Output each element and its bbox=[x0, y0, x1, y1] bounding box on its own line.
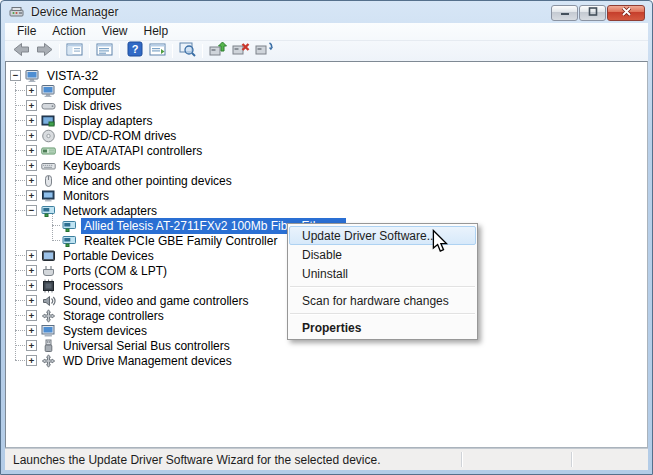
context-menu-item[interactable]: Uninstall bbox=[289, 264, 476, 283]
tree-item-label[interactable]: Ports (COM & LPT) bbox=[60, 263, 170, 279]
tree-connector bbox=[15, 345, 25, 346]
close-button[interactable] bbox=[607, 5, 645, 21]
context-menu-item[interactable]: Properties bbox=[289, 318, 476, 337]
tree-item-label[interactable]: Display adapters bbox=[60, 113, 155, 129]
update-driver-button[interactable] bbox=[206, 41, 229, 60]
export-list-icon bbox=[96, 42, 113, 60]
expander-minus-icon[interactable]: − bbox=[26, 205, 37, 216]
device-manager-window: Device Manager FileActionViewHelp ? −VIS… bbox=[0, 0, 653, 475]
expander-plus-icon[interactable]: + bbox=[26, 250, 37, 261]
tree-item-label[interactable]: Keyboards bbox=[60, 158, 123, 174]
maximize-icon bbox=[587, 6, 599, 20]
expander-plus-icon[interactable]: + bbox=[26, 85, 37, 96]
expander-plus-icon[interactable]: + bbox=[26, 130, 37, 141]
context-menu-item-label: Scan for hardware changes bbox=[302, 294, 449, 308]
search-button[interactable] bbox=[176, 41, 199, 60]
tree-connector bbox=[15, 270, 25, 271]
tree-connector bbox=[15, 135, 25, 136]
expander-minus-icon[interactable]: − bbox=[10, 70, 21, 81]
context-menu-item-label: Properties bbox=[302, 321, 361, 335]
scan-hardware-button[interactable] bbox=[252, 41, 275, 60]
toolbar-separator bbox=[172, 44, 173, 58]
tree-item-label[interactable]: DVD/CD-ROM drives bbox=[60, 128, 179, 144]
tree-item-label[interactable]: System devices bbox=[60, 323, 150, 339]
tree-item-label[interactable]: Monitors bbox=[60, 188, 112, 204]
computer-icon bbox=[40, 84, 56, 98]
export-list-button[interactable] bbox=[93, 41, 116, 60]
tree-row: +Monitors bbox=[6, 188, 647, 203]
tree-item-label[interactable]: Mice and other pointing devices bbox=[60, 173, 235, 189]
action-pane-icon bbox=[149, 42, 166, 60]
expander-plus-icon[interactable]: + bbox=[26, 175, 37, 186]
tree-item-label[interactable]: Network adapters bbox=[60, 203, 160, 219]
help-icon: ? bbox=[127, 41, 143, 60]
tree-item-label[interactable]: Processors bbox=[60, 278, 126, 294]
monitor-icon bbox=[40, 189, 56, 203]
forward-button[interactable] bbox=[33, 41, 56, 60]
menu-view[interactable]: View bbox=[94, 23, 136, 40]
tree-connector bbox=[15, 255, 25, 256]
usb-icon bbox=[40, 339, 56, 353]
expander-plus-icon[interactable]: + bbox=[26, 115, 37, 126]
display-adapter-icon bbox=[40, 114, 56, 128]
menu-help[interactable]: Help bbox=[136, 23, 177, 40]
action-pane-button[interactable] bbox=[146, 41, 169, 60]
expander-plus-icon[interactable]: + bbox=[26, 355, 37, 366]
tree-row: +Display adapters bbox=[6, 113, 647, 128]
tree-connector bbox=[15, 360, 25, 361]
toolbar: ? bbox=[5, 41, 648, 60]
expander-plus-icon[interactable]: + bbox=[26, 340, 37, 351]
back-button[interactable] bbox=[10, 41, 33, 60]
console-tree-button[interactable] bbox=[63, 41, 86, 60]
help-button[interactable]: ? bbox=[123, 41, 146, 60]
tree-item-label[interactable]: VISTA-32 bbox=[44, 68, 101, 84]
tree-item-label[interactable]: Realtek PCIe GBE Family Controller bbox=[81, 233, 280, 249]
tree-item-label[interactable]: Storage controllers bbox=[60, 308, 167, 324]
context-menu-item[interactable]: Scan for hardware changes bbox=[289, 291, 476, 310]
expander-plus-icon[interactable]: + bbox=[26, 280, 37, 291]
tree-item-label[interactable]: IDE ATA/ATAPI controllers bbox=[60, 143, 205, 159]
minimize-button[interactable] bbox=[551, 5, 578, 21]
tree-connector bbox=[15, 120, 25, 121]
tree-item-label[interactable]: Sound, video and game controllers bbox=[60, 293, 251, 309]
forward-icon bbox=[35, 41, 54, 61]
expander-plus-icon[interactable]: + bbox=[26, 265, 37, 276]
menu-action[interactable]: Action bbox=[44, 23, 93, 40]
menu-separator bbox=[290, 286, 475, 288]
network-adapter-icon bbox=[61, 219, 77, 233]
tree-item-label[interactable]: Universal Serial Bus controllers bbox=[60, 338, 233, 354]
status-bar-separator bbox=[571, 452, 573, 467]
network-adapter-icon bbox=[40, 204, 56, 218]
expander-plus-icon[interactable]: + bbox=[26, 310, 37, 321]
storage-controller-icon bbox=[40, 309, 56, 323]
tree-row: +Disk drives bbox=[6, 98, 647, 113]
context-menu-item-label: Update Driver Software... bbox=[302, 229, 437, 243]
maximize-button[interactable] bbox=[579, 5, 606, 21]
tree-item-label[interactable]: Portable Devices bbox=[60, 248, 157, 264]
menu-file[interactable]: File bbox=[9, 23, 44, 40]
console-tree-icon bbox=[66, 42, 83, 60]
uninstall-button[interactable] bbox=[229, 41, 252, 60]
expander-plus-icon[interactable]: + bbox=[26, 100, 37, 111]
expander-plus-icon[interactable]: + bbox=[26, 160, 37, 171]
expander-plus-icon[interactable]: + bbox=[26, 295, 37, 306]
context-menu: Update Driver Software...DisableUninstal… bbox=[287, 223, 478, 340]
expander-plus-icon[interactable]: + bbox=[26, 325, 37, 336]
tree-item-label[interactable]: WD Drive Management devices bbox=[60, 353, 235, 369]
context-menu-item-label: Uninstall bbox=[302, 267, 348, 281]
tree-connector bbox=[15, 150, 25, 151]
tree-connector bbox=[15, 285, 25, 286]
expander-plus-icon[interactable]: + bbox=[26, 190, 37, 201]
tree-connector bbox=[15, 180, 25, 181]
tree-row: −VISTA-32 bbox=[6, 68, 647, 83]
tree-item-label[interactable]: Disk drives bbox=[60, 98, 125, 114]
minimize-icon bbox=[559, 6, 571, 20]
tree-connector bbox=[15, 165, 25, 166]
expander-plus-icon[interactable]: + bbox=[26, 145, 37, 156]
tree-connector bbox=[15, 330, 25, 331]
title-bar: Device Manager bbox=[1, 1, 652, 23]
tree-item-label[interactable]: Computer bbox=[60, 83, 119, 99]
portable-device-icon bbox=[40, 249, 56, 263]
ports-icon bbox=[40, 264, 56, 278]
tree-connector bbox=[15, 105, 25, 106]
